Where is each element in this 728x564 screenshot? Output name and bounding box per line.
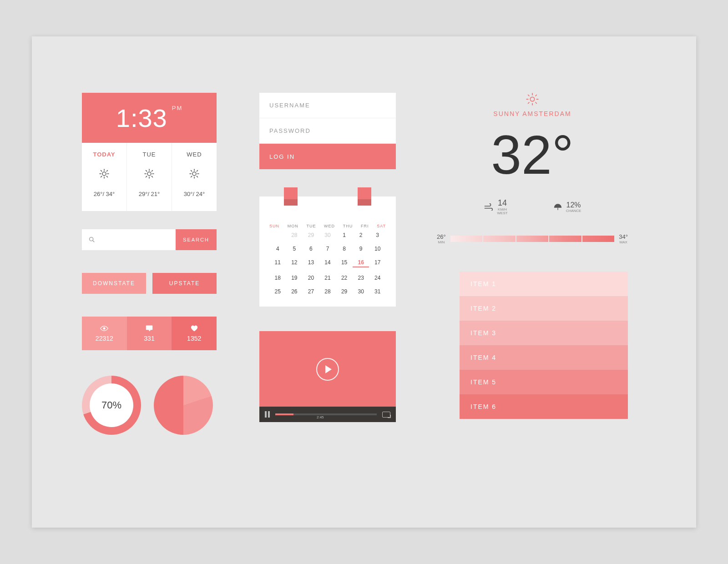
eye-icon (100, 325, 109, 332)
search-button[interactable]: SEARCH (176, 229, 217, 250)
stat-value: 331 (144, 335, 154, 342)
forecast-label: TUE (127, 151, 172, 158)
calendar-day[interactable]: 12 (286, 259, 303, 267)
forecast-temp: 30°/ 24° (184, 191, 205, 197)
downstate-button[interactable]: DOWNSTATE (82, 273, 146, 294)
forecast-day-tue[interactable]: TUE 29°/ 21° (127, 143, 172, 211)
svg-line-39 (536, 95, 536, 96)
list-item[interactable]: ITEM 1 (460, 272, 628, 296)
svg-line-5 (101, 171, 102, 171)
calendar-day[interactable]: 15 (336, 259, 353, 267)
calendar-day[interactable]: 10 (369, 246, 386, 252)
calendar-day[interactable]: 27 (303, 288, 319, 295)
search-bar: SEARCH (82, 229, 217, 250)
svg-line-14 (146, 171, 147, 171)
svg-line-16 (146, 176, 147, 177)
stat-value: 1352 (187, 335, 201, 342)
video-scrubber[interactable] (275, 413, 377, 415)
calendar-day[interactable]: 24 (369, 275, 386, 281)
forecast-day-wed[interactable]: WED 30°/ 24° (172, 143, 217, 211)
password-field[interactable]: PASSWORD (259, 118, 396, 144)
calendar-day[interactable]: 26 (286, 288, 303, 295)
calendar-day[interactable]: 28 (286, 232, 303, 238)
svg-line-23 (191, 171, 192, 171)
temperature-range: 26°MIN 34°MAX (437, 233, 628, 244)
list-item[interactable]: ITEM 4 (460, 345, 628, 370)
calendar-day[interactable]: 4 (269, 246, 286, 252)
clock-header: 1:33 PM (82, 93, 217, 143)
upstate-button[interactable]: UPSTATE (152, 273, 217, 294)
weather-widget: SUNNY AMSTERDAM 32° 14 KM/HWEST 12%CHANC… (437, 93, 628, 244)
stat-views[interactable]: 22312 (82, 317, 127, 350)
svg-line-17 (152, 171, 152, 171)
forecast-label: WED (172, 151, 217, 158)
search-icon (88, 236, 96, 243)
play-icon[interactable] (316, 358, 339, 381)
calendar-day[interactable]: 1 (336, 232, 353, 238)
video-player[interactable]: 2:45 (259, 331, 396, 422)
calendar-day[interactable]: 13 (303, 259, 319, 267)
item-list: ITEM 1 ITEM 2 ITEM 3 ITEM 4 ITEM 5 ITEM … (460, 272, 628, 419)
comment-icon (145, 325, 154, 332)
forecast-label: TODAY (82, 151, 126, 158)
calendar-day[interactable]: 11 (269, 259, 286, 267)
calendar-day[interactable]: 20 (303, 275, 319, 281)
weather-rain: 12%CHANCE (553, 198, 581, 215)
list-item[interactable]: ITEM 6 (460, 394, 628, 419)
forecast-temp: 26°/ 34° (94, 191, 115, 197)
heart-icon (190, 325, 199, 332)
stat-comments[interactable]: 331 (127, 317, 172, 350)
calendar-day[interactable]: 30 (319, 232, 336, 238)
search-input[interactable] (82, 229, 176, 250)
forecast-day-today[interactable]: TODAY 26°/ 34° (82, 143, 127, 211)
list-item[interactable]: ITEM 3 (460, 321, 628, 345)
calendar-day[interactable]: 22 (336, 275, 353, 281)
forecast-temp: 29°/ 21° (139, 191, 160, 197)
calendar-day (269, 232, 286, 238)
pause-button[interactable] (265, 411, 270, 418)
svg-line-38 (528, 102, 529, 103)
calendar-day[interactable]: 30 (353, 288, 369, 295)
umbrella-icon (553, 203, 562, 211)
login-form: USERNAME PASSWORD LOG IN (259, 93, 396, 169)
calendar-day[interactable]: 14 (319, 259, 336, 267)
calendar-day[interactable]: 3 (369, 232, 386, 238)
calendar-day[interactable]: 16 (353, 259, 369, 267)
svg-point-27 (90, 237, 93, 241)
calendar-day[interactable]: 29 (336, 288, 353, 295)
calendar: SUNMONTUEWEDTHUFRISAT 282930123456789101… (259, 196, 396, 307)
calendar-day[interactable]: 9 (353, 246, 369, 252)
calendar-day[interactable]: 21 (319, 275, 336, 281)
list-item[interactable]: ITEM 5 (460, 370, 628, 394)
calendar-day[interactable]: 31 (369, 288, 386, 295)
calendar-day[interactable]: 2 (353, 232, 369, 238)
progress-gauge: 70% (82, 376, 141, 435)
weather-wind: 14 KM/HWEST (484, 198, 508, 215)
list-item[interactable]: ITEM 2 (460, 296, 628, 321)
calendar-grid[interactable]: 2829301234567891011121314151617181920212… (269, 232, 386, 295)
calendar-day[interactable]: 7 (319, 246, 336, 252)
calendar-day[interactable]: 18 (269, 275, 286, 281)
login-button[interactable]: LOG IN (259, 144, 396, 169)
calendar-day[interactable]: 25 (269, 288, 286, 295)
calendar-day[interactable]: 5 (286, 246, 303, 252)
calendar-day[interactable]: 17 (369, 259, 386, 267)
calendar-binder-rings (284, 187, 371, 206)
username-field[interactable]: USERNAME (259, 93, 396, 118)
clock-weather-card: 1:33 PM TODAY 26°/ 34° TUE 29°/ 21° (82, 93, 217, 211)
video-control-bar (259, 407, 396, 422)
svg-line-26 (197, 171, 197, 171)
ui-kit-canvas: 1:33 PM TODAY 26°/ 34° TUE 29°/ 21° (32, 36, 696, 528)
calendar-day[interactable]: 6 (303, 246, 319, 252)
airplay-icon[interactable] (382, 412, 390, 418)
calendar-day[interactable]: 19 (286, 275, 303, 281)
calendar-day[interactable]: 29 (303, 232, 319, 238)
calendar-day[interactable]: 28 (319, 288, 336, 295)
stats-bar: 22312 331 1352 (82, 317, 217, 350)
calendar-day[interactable]: 8 (336, 246, 353, 252)
forecast-row: TODAY 26°/ 34° TUE 29°/ 21° WED (82, 143, 217, 211)
svg-line-28 (93, 241, 95, 242)
clock-time: 1:33 (116, 103, 167, 133)
calendar-day[interactable]: 23 (353, 275, 369, 281)
stat-likes[interactable]: 1352 (172, 317, 217, 350)
